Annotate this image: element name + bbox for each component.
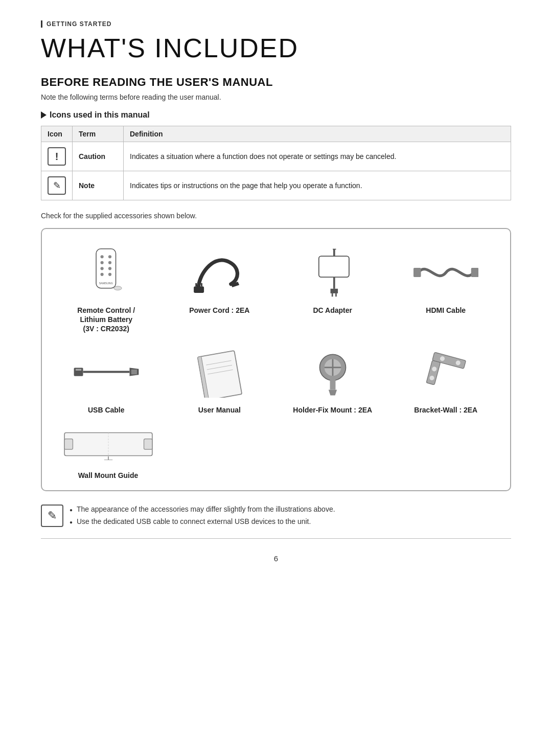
svg-rect-36 — [330, 378, 335, 390]
power-cord-image — [189, 247, 249, 298]
bracket-wall-image — [418, 347, 474, 398]
svg-point-10 — [114, 286, 122, 290]
hdmi-cable-image — [413, 247, 478, 298]
accessory-label-bracket-wall: Bracket-Wall : 2EA — [414, 405, 477, 415]
accessory-dc-adapter: DC Adapter — [279, 244, 387, 334]
caution-icon: ! — [48, 147, 66, 166]
accessory-label-power-cord: Power Cord : 2EA — [189, 306, 249, 315]
accessory-label-wall-mount-guide: Wall Mount Guide — [78, 471, 139, 480]
col-icon: Icon — [41, 126, 73, 142]
svg-point-2 — [101, 255, 104, 258]
accessory-hdmi-cable: HDMI Cable — [392, 244, 500, 334]
definition-caution: Indicates a situation where a function d… — [124, 142, 511, 171]
accessory-label-usb-cable: USB Cable — [88, 405, 125, 415]
accessory-usb-cable: USB Cable — [52, 344, 160, 415]
svg-text:SAMSUNG: SAMSUNG — [99, 282, 113, 285]
remote-control-image: SAMSUNG — [84, 247, 128, 298]
term-note: Note — [73, 171, 124, 200]
definition-note: Indicates tips or instructions on the pa… — [124, 171, 511, 200]
svg-point-4 — [101, 261, 104, 264]
bottom-divider — [41, 538, 511, 539]
accessories-box: SAMSUNG Remote Control /Lithium Battery(… — [41, 228, 511, 491]
note-icon: ✎ — [48, 176, 66, 195]
svg-rect-46 — [144, 439, 152, 449]
col-definition: Definition — [124, 126, 511, 142]
table-row: ✎ Note Indicates tips or instructions on… — [41, 171, 511, 200]
svg-rect-45 — [64, 439, 73, 449]
accessories-row2: USB Cable User Manual — [52, 344, 500, 415]
table-row: ! Caution Indicates a situation where a … — [41, 142, 511, 171]
triangle-icon — [41, 111, 47, 119]
page-number: 6 — [41, 554, 511, 563]
svg-rect-14 — [318, 256, 349, 277]
main-heading: BEFORE READING THE USER'S MANUAL — [41, 76, 511, 89]
svg-rect-39 — [426, 360, 441, 384]
page-title: WHAT'S INCLUDED — [41, 33, 511, 63]
accessory-wall-mount-guide: Wall Mount Guide — [52, 425, 164, 480]
accessory-label-user-manual: User Manual — [198, 405, 241, 415]
icons-table: Icon Term Definition ! Caution Indicates… — [41, 126, 511, 200]
svg-point-9 — [108, 273, 111, 276]
accessory-power-cord: Power Cord : 2EA — [166, 244, 274, 334]
holder-fix-mount-image — [307, 347, 358, 398]
accessory-label-holder-fix-mount: Holder-Fix Mount : 2EA — [293, 405, 372, 415]
svg-point-7 — [108, 267, 111, 270]
svg-point-5 — [108, 261, 111, 264]
wall-mount-guide-image — [62, 427, 154, 463]
svg-point-8 — [101, 273, 104, 276]
note-item-2: Use the dedicated USB cable to connect e… — [71, 516, 335, 528]
svg-rect-23 — [76, 369, 81, 371]
section-label: Getting Started — [41, 20, 511, 28]
accessory-user-manual: User Manual — [166, 344, 274, 415]
svg-rect-20 — [413, 268, 421, 277]
term-caution: Caution — [73, 142, 124, 171]
accessories-row3: Wall Mount Guide — [52, 425, 500, 480]
note-item-1: The appearance of the accessories may di… — [71, 503, 335, 516]
note-box: ✎ The appearance of the accessories may … — [41, 503, 511, 528]
user-manual-image — [192, 347, 247, 398]
dc-adapter-image — [303, 247, 363, 298]
usb-cable-image — [73, 355, 140, 388]
notes-list: The appearance of the accessories may di… — [71, 503, 335, 528]
accessory-remote-control: SAMSUNG Remote Control /Lithium Battery(… — [52, 244, 160, 334]
accessory-label-remote: Remote Control /Lithium Battery(3V : CR2… — [77, 306, 135, 334]
svg-marker-37 — [329, 390, 337, 395]
accessories-row1: SAMSUNG Remote Control /Lithium Battery(… — [52, 244, 500, 334]
svg-rect-11 — [194, 286, 204, 293]
icons-subsection-heading: Icons used in this manual — [50, 110, 150, 120]
svg-rect-21 — [471, 268, 478, 277]
accessory-label-dc-adapter: DC Adapter — [313, 306, 353, 315]
svg-rect-26 — [131, 370, 137, 375]
svg-point-6 — [101, 267, 104, 270]
col-term: Term — [73, 126, 124, 142]
intro-text: Note the following terms before reading … — [41, 93, 511, 101]
note-icon-bottom: ✎ — [41, 505, 63, 527]
svg-point-3 — [108, 255, 111, 258]
check-text: Check for the supplied accessories shown… — [41, 212, 511, 220]
accessory-bracket-wall: Bracket-Wall : 2EA — [392, 344, 500, 415]
accessory-label-hdmi: HDMI Cable — [426, 306, 466, 315]
accessory-holder-fix-mount: Holder-Fix Mount : 2EA — [279, 344, 387, 415]
